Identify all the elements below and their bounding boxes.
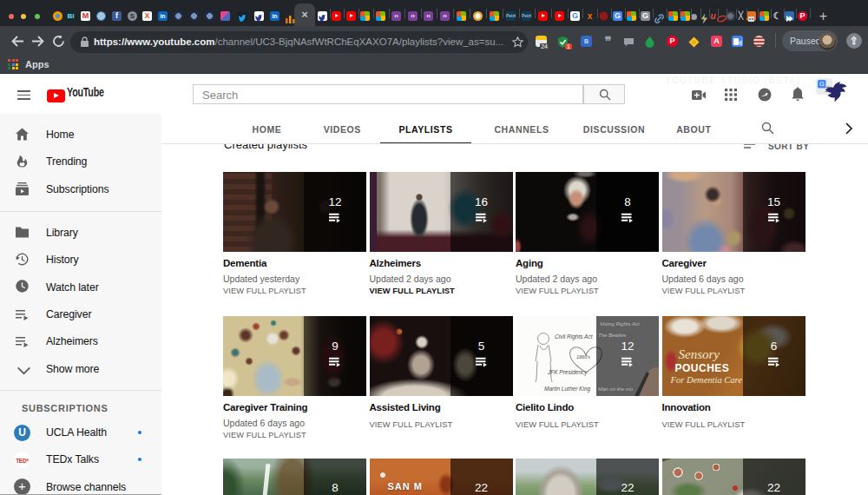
svg-text:Voting Rights Act: Voting Rights Act — [600, 321, 640, 327]
svg-text:Martin Luther King: Martin Luther King — [544, 386, 590, 393]
svg-text:G: G — [819, 80, 825, 88]
svg-text:The Beatles: The Beatles — [598, 333, 626, 338]
svg-text:JFK Presidency: JFK Presidency — [547, 369, 588, 376]
svg-text:1960's: 1960's — [576, 354, 590, 360]
svg-text:Civil Rights Act: Civil Rights Act — [555, 333, 594, 340]
svg-text:Man on the mo: Man on the mo — [598, 386, 634, 392]
